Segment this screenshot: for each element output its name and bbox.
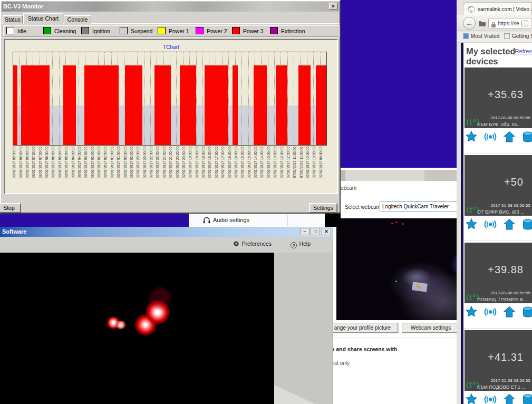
legend-swatch [43, 27, 51, 34]
x-axis-label: 08/01/2017 04:00:00 [78, 147, 82, 191]
preferences-button[interactable]: Preferences [233, 241, 272, 248]
device-card[interactable]: +50 (t°) 2017-01-08 08:59:55 ОТ БУФР ВИС… [465, 155, 532, 216]
monitor-titlebar[interactable]: BC-V3 Monitor × [2, 2, 339, 12]
gridline [176, 52, 177, 145]
browser-tab[interactable]: sarmalink.com | Video and [463, 2, 532, 15]
webcam-select-dropdown[interactable]: Logitech QuickCam Traveler [380, 201, 460, 211]
gridline [294, 52, 294, 145]
x-axis-label: 08/01/2017 05:00:00 [64, 147, 69, 191]
bookmarks-folder-icon[interactable] [478, 20, 486, 29]
back-button[interactable]: ← [463, 17, 476, 30]
green-led-dot [395, 281, 397, 282]
x-axis-label: 07/01/2017 15:30:00 [240, 147, 245, 191]
favorite-star-icon[interactable] [465, 305, 478, 321]
x-axis-label: 07/01/2017 15:00:00 [247, 147, 252, 191]
gridline [150, 52, 151, 145]
tab-status-chart[interactable]: Status Chart [23, 13, 63, 24]
sound-icon[interactable] [483, 218, 498, 233]
x-axis-label: 07/01/2017 13:00:00 [273, 147, 277, 191]
gridline [228, 52, 229, 145]
gridline [52, 52, 53, 145]
x-axis-label: 08/01/2017 00:00:00 [130, 147, 134, 191]
x-axis-label: 07/01/2017 21:30:00 [162, 147, 167, 191]
audio-settings-label[interactable]: Audio settings [213, 217, 249, 223]
device-temperature: +39.88 [488, 264, 524, 276]
favorite-star-icon[interactable] [465, 393, 478, 404]
reader-view-icon[interactable] [521, 21, 528, 26]
home-icon[interactable] [502, 130, 516, 146]
x-axis-label: 08/01/2017 01:00:00 [117, 147, 121, 191]
gridline [79, 52, 79, 145]
site-favicon-icon [467, 5, 475, 15]
device-card[interactable]: +41.31 (t°) 2017-01-08 08:59:55 КЪМ ПОДО… [465, 330, 532, 391]
browser-tab-title: sarmalink.com | Video and [478, 6, 531, 12]
webcam-window-titlebar[interactable]: Software – □ ✕ [0, 227, 333, 237]
x-axis-label: 07/01/2017 12:00:00 [286, 147, 291, 191]
settings-button[interactable]: Settings [309, 203, 337, 213]
close-icon[interactable]: × [329, 3, 337, 10]
device-caption: КЪМ ПОДОВО ЕТ.1 ... [477, 384, 531, 390]
x-axis-label: 07/01/2017 20:30:00 [176, 147, 180, 191]
storage-icon[interactable] [521, 218, 532, 233]
storage-icon[interactable] [521, 305, 532, 321]
settings-window-titlebar [333, 170, 463, 181]
x-axis-label: 07/01/2017 19:00:00 [195, 147, 199, 191]
favorite-star-icon[interactable] [465, 218, 478, 233]
sound-icon[interactable] [483, 305, 498, 321]
power3-status-bar [63, 65, 76, 145]
webcam-settings-button[interactable]: Webcam settings [402, 323, 460, 333]
power3-status-bar [276, 65, 288, 145]
help-button[interactable]: ?Help [291, 241, 311, 248]
devices-list: +35.63 (t°) 2017-01-08 08:59:55 КЪМ БУФ.… [465, 68, 532, 404]
gridline [20, 52, 20, 145]
home-icon[interactable] [502, 218, 516, 233]
legend-swatch [81, 27, 89, 34]
sound-icon[interactable] [483, 130, 498, 146]
device-separator [465, 328, 532, 329]
webcam-toolbar: Preferences ?Help [0, 237, 333, 253]
maximize-button[interactable]: □ [311, 228, 320, 235]
x-axis-label: 08/01/2017 06:00:00 [51, 147, 55, 191]
minimize-button[interactable]: – [300, 228, 309, 235]
home-icon[interactable] [502, 393, 516, 404]
url-bar[interactable]: https://se [488, 18, 532, 28]
tab-console[interactable]: Console [64, 15, 91, 24]
power3-status-bar [21, 65, 50, 145]
url-text[interactable]: https://se [498, 21, 519, 26]
bookmark-getting-started[interactable]: Getting Start [504, 33, 532, 39]
x-axis-label: 07/01/2017 10:00:00 [312, 147, 316, 191]
storage-icon[interactable] [521, 130, 532, 146]
webcam-window-title: Software [2, 228, 26, 235]
stop-button[interactable]: Stop [0, 203, 21, 213]
device-caption: ОТ БУФР ВИС. @3 ... [477, 209, 531, 215]
power3-status-bar [125, 65, 142, 145]
webcam-software-window: Software – □ ✕ Preferences ?Help [0, 227, 333, 404]
device-card[interactable]: +35.63 (t°) 2017-01-08 08:59:55 КЪМ БУФ.… [465, 68, 532, 128]
home-icon[interactable] [502, 305, 516, 321]
device-card[interactable]: +39.88 (t°) 2017-01-08 08:59:55 ПОМЕЩ. /… [465, 243, 532, 303]
x-axis-label: 08/01/2017 04:30:00 [71, 147, 75, 191]
gridline [313, 52, 314, 145]
chart-plot [13, 52, 327, 146]
share-screens-text: eo and share screens with [328, 346, 397, 352]
storage-icon[interactable] [521, 393, 532, 404]
change-profile-picture-button[interactable]: ange your profile picture [327, 323, 398, 333]
x-axis-label: 07/01/2017 14:00:00 [260, 147, 264, 191]
tab-status[interactable]: Status [3, 15, 23, 24]
device-temperature: +50 [504, 176, 524, 188]
red-led-dot [391, 223, 393, 224]
refresh-link[interactable]: Refres [515, 48, 532, 54]
device-timestamp: 2017-01-08 08:59:55 [491, 291, 530, 295]
settings-window: ebcam Select webcam: Logitech QuickCam T… [333, 168, 463, 404]
x-axis-label: 07/01/2017 22:30:00 [149, 147, 153, 191]
favorite-star-icon[interactable] [465, 130, 478, 146]
x-axis-label: 08/01/2017 07:00:00 [38, 147, 43, 191]
sound-icon[interactable] [483, 393, 498, 404]
legend-swatch [6, 27, 14, 34]
browser-nav-bar: ← https://se [457, 15, 532, 31]
x-axis-label: 07/01/2017 17:30:00 [215, 147, 219, 191]
device-separator [465, 241, 532, 241]
x-axis-label: 07/01/2017 16:30:00 [228, 147, 232, 191]
close-button[interactable]: ✕ [322, 228, 331, 235]
bookmark-most-visited[interactable]: Most Visited [463, 33, 499, 39]
